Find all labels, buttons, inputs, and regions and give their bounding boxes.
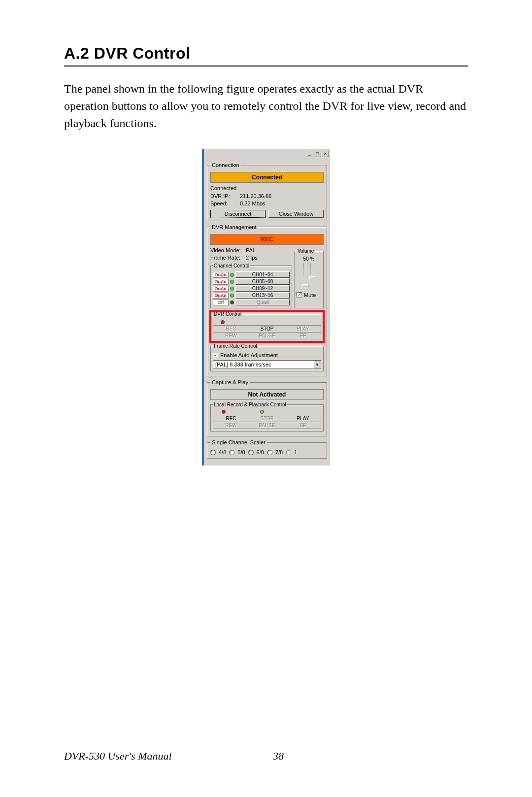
disconnect-button[interactable]: Disconnect — [210, 210, 266, 218]
rec-led-icon — [221, 320, 225, 324]
footer-manual-name: DVR-530 User's Manual — [64, 750, 172, 762]
speed-label: Speed: — [210, 200, 240, 207]
channel-control-legend: Channel Control — [213, 263, 250, 268]
auto-adjust-label: Enable Auto Adjustment — [220, 352, 278, 358]
intro-paragraph: The panel shown in the following figure … — [64, 80, 468, 132]
dvr-control-group: DVR Control REC STOP PLAY REW PAUSE FF — [210, 311, 324, 342]
channel-row: OnAir CH13~16 — [213, 292, 290, 299]
channel-button[interactable]: CH13~16 — [235, 292, 290, 299]
channel-button[interactable]: CH05~08 — [235, 278, 290, 285]
connection-group: Connection Connected Connected DVR IP: 2… — [207, 162, 327, 221]
led-icon — [230, 300, 234, 304]
connection-status: Connected — [210, 185, 324, 192]
volume-legend: Volume — [297, 248, 315, 254]
scaler-option-label: 5/8 — [237, 449, 245, 455]
frame-rate-control-group: Frame Rate Control ✓ Enable Auto Adjustm… — [210, 343, 324, 371]
rec-button[interactable]: REC — [213, 415, 249, 422]
connection-info: Connected DVR IP: 211.20.36.66 Speed: 0.… — [210, 185, 324, 207]
heading-rule — [64, 66, 468, 66]
scaler-options: 4/8 5/8 6/8 7/8 1 — [210, 449, 324, 455]
onair-badge: OnAir — [213, 272, 229, 278]
rec-led-icon — [222, 410, 226, 414]
chevron-down-icon: ▼ — [313, 361, 321, 368]
mute-label: Mute — [304, 292, 316, 298]
frame-rate-value: 2 fps — [246, 254, 258, 262]
onair-badge: OnAir — [213, 286, 229, 292]
volume-slider-left[interactable] — [303, 264, 307, 290]
capture-play-banner: Not Activated — [210, 389, 324, 400]
scaler-option-label: 4/8 — [219, 449, 226, 455]
speed-value: 0.22 Mbps — [240, 200, 265, 207]
dvr-panel-screenshot: _ □ × Connection Connected Connected DVR… — [202, 149, 330, 465]
play-button[interactable]: PLAY — [285, 415, 321, 422]
management-group: DVR Management REC Video Mode: PAL Frame… — [207, 224, 327, 377]
channel-button[interactable]: CH09~12 — [235, 285, 290, 292]
led-icon — [230, 287, 234, 291]
rew-button[interactable]: REW — [213, 332, 249, 339]
frame-rate-dropdown-value: [PAL] 8.333 frames/sec — [213, 362, 313, 367]
channel-row: Off Quad — [213, 299, 290, 305]
stop-button[interactable]: STOP — [249, 326, 285, 332]
restore-button[interactable]: □ — [314, 151, 321, 157]
volume-group: Volume 50 % ✓ Mute — [294, 248, 324, 309]
close-window-button[interactable]: Close Window — [268, 210, 324, 218]
window-titlebar: _ □ × — [204, 149, 330, 158]
onair-badge: OnAir — [213, 279, 229, 285]
channel-row: OnAir CH05~08 — [213, 278, 290, 285]
scaler-option-label: 7/8 — [275, 449, 283, 455]
dvr-control-legend: DVR Control — [213, 311, 242, 317]
auto-adjust-checkbox[interactable]: ✓ — [213, 353, 218, 358]
volume-value: 50 % — [297, 256, 321, 262]
video-mode-value: PAL — [246, 247, 256, 254]
channel-row: OnAir CH01~04 — [213, 271, 290, 278]
channel-row: OnAir CH09~12 — [213, 285, 290, 292]
onair-badge: OnAir — [213, 293, 229, 299]
scaler-radio[interactable] — [267, 450, 272, 455]
local-control-buttons: REC STOP PLAY REW PAUSE FF — [213, 415, 321, 429]
channel-button[interactable]: CH01~04 — [235, 271, 290, 278]
ip-label: DVR IP: — [210, 193, 240, 200]
rec-button[interactable]: REC — [213, 326, 249, 332]
volume-slider-right[interactable] — [310, 264, 314, 290]
section-heading: A.2 DVR Control — [64, 44, 468, 63]
scaler-radio[interactable] — [248, 450, 254, 455]
scaler-radio[interactable] — [286, 450, 291, 455]
frame-rate-control-legend: Frame Rate Control — [213, 343, 258, 349]
mute-checkbox[interactable]: ✓ — [297, 292, 302, 298]
pause-button[interactable]: PAUSE — [249, 332, 285, 339]
ip-value: 211.20.36.66 — [240, 193, 271, 200]
off-badge: Off — [213, 299, 229, 305]
frame-rate-label: Frame Rate: — [210, 254, 246, 262]
local-record-legend: Local Record & Playback Control — [213, 402, 287, 407]
scaler-legend: Single Channel Scaler — [210, 439, 267, 445]
quad-button[interactable]: Quad — [235, 299, 290, 305]
local-record-group: Local Record & Playback Control REC STOP… — [210, 402, 324, 432]
play-led-icon — [260, 410, 264, 414]
led-icon — [230, 273, 234, 277]
scaler-radio[interactable] — [229, 450, 234, 455]
minimize-button[interactable]: _ — [306, 151, 313, 157]
play-button[interactable]: PLAY — [285, 326, 321, 332]
scaler-group: Single Channel Scaler 4/8 5/8 6/8 7/8 1 — [207, 439, 327, 459]
ff-button[interactable]: FF — [285, 332, 321, 339]
video-mode-label: Video Mode: — [210, 247, 246, 254]
led-icon — [230, 280, 234, 284]
scaler-option-label: 1 — [294, 449, 297, 455]
scaler-radio[interactable] — [210, 450, 216, 455]
rec-banner: REC — [210, 234, 324, 245]
management-legend: DVR Management — [210, 224, 258, 230]
pause-button[interactable]: PAUSE — [249, 422, 285, 429]
connection-banner: Connected — [210, 172, 324, 183]
close-button[interactable]: × — [322, 151, 329, 157]
ff-button[interactable]: FF — [285, 422, 321, 429]
capture-play-group: Capture & Play Not Activated Local Recor… — [207, 379, 327, 436]
capture-play-legend: Capture & Play — [210, 379, 250, 385]
footer-page-number: 38 — [273, 750, 284, 763]
led-icon — [230, 294, 234, 298]
connection-legend: Connection — [210, 162, 241, 168]
channel-control-group: Channel Control OnAir CH01~04 OnAir CH05… — [210, 263, 292, 308]
stop-button[interactable]: STOP — [249, 415, 285, 422]
scaler-option-label: 6/8 — [257, 449, 264, 455]
frame-rate-dropdown[interactable]: [PAL] 8.333 frames/sec ▼ — [213, 360, 321, 369]
rew-button[interactable]: REW — [213, 422, 249, 429]
